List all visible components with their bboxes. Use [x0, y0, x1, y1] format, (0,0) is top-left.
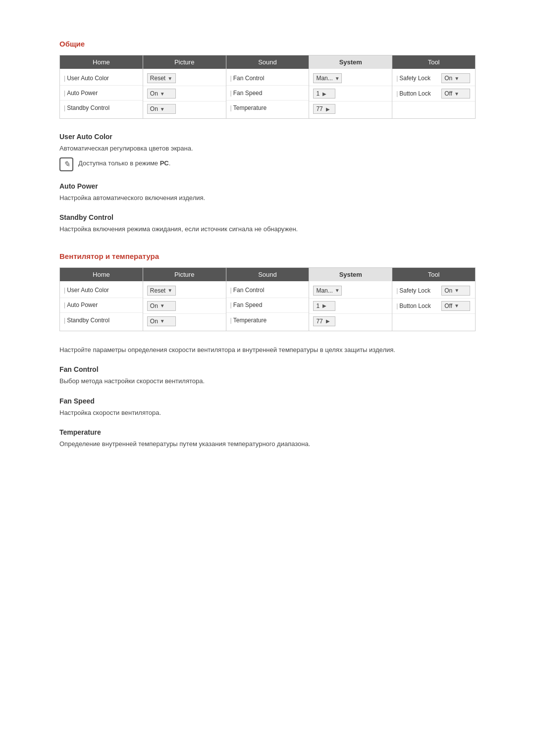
fan-menu-table: Home User Auto Color Auto Power Standby …: [59, 267, 476, 331]
section-fan: Вентилятор и температура Home User Auto …: [59, 252, 476, 449]
desc-text-fan-control: Выбор метода настройки скорости вентилят…: [59, 376, 476, 386]
list-item: On ▼: [143, 86, 226, 101]
note-pencil-icon: ✎: [59, 157, 73, 171]
on-select-fan[interactable]: On ▼: [147, 301, 176, 311]
standby-select[interactable]: On ▼: [147, 104, 176, 114]
label-fan-speed-fan: Fan Speed: [230, 302, 272, 308]
list-item: On ▼: [143, 299, 226, 314]
list-item: Fan Control: [226, 71, 309, 86]
button-lock-select[interactable]: Off ▼: [441, 89, 470, 99]
tab-system[interactable]: System: [309, 55, 392, 69]
list-item: Reset ▼: [143, 283, 226, 299]
fan-speed-stepper-fan[interactable]: 1 ▶: [313, 301, 335, 311]
list-item: Fan Control: [226, 283, 309, 298]
tab-tool[interactable]: Tool: [392, 55, 475, 69]
col-tool-fan-body: Safety Lock On ▼ Button Lock Off ▼: [392, 281, 475, 331]
col-system-fan: System Man... ▼ 1 ▶: [309, 268, 392, 331]
col-picture: Picture Reset ▼ On ▼: [143, 55, 226, 118]
fan-control-select[interactable]: Man... ▼: [313, 73, 342, 83]
dropdown-arrow-icon: ▼: [454, 76, 459, 81]
list-item: Safety Lock On ▼: [392, 283, 475, 299]
col-home-fan-body: User Auto Color Auto Power Standby Contr…: [60, 281, 143, 330]
stepper-right-icon: ▶: [322, 303, 326, 308]
button-lock-select-fan[interactable]: Off ▼: [441, 301, 470, 311]
reset-select-fan[interactable]: Reset ▼: [147, 286, 176, 296]
temp-stepper-fan[interactable]: 77 ▶: [313, 316, 335, 326]
fan-ctrl-select-fan[interactable]: Man... ▼: [313, 286, 342, 296]
desc-text-standby-control: Настройка включения режима ожидания, есл…: [59, 224, 476, 234]
label-temp-fan: Temperature: [230, 317, 272, 324]
dropdown-arrow-icon: ▼: [167, 76, 172, 81]
desc-title-temperature: Temperature: [59, 428, 476, 436]
safety-lock-select[interactable]: On ▼: [441, 73, 470, 83]
tab-sound[interactable]: Sound: [226, 55, 309, 69]
tab-picture-fan[interactable]: Picture: [143, 268, 226, 281]
note-pc-label: PC: [160, 159, 169, 167]
col-sound-fan: Sound Fan Control Fan Speed Temperature: [226, 268, 310, 331]
col-sound: Sound Fan Control Fan Speed Temperature: [226, 55, 310, 118]
label-temperature: Temperature: [230, 104, 272, 111]
list-item: Safety Lock On ▼: [392, 71, 475, 86]
desc-title-standby-control: Standby Control: [59, 213, 476, 221]
col-tool: Tool Safety Lock On ▼ Button Lock: [392, 55, 475, 118]
list-item: Fan Speed: [226, 298, 309, 313]
temperature-stepper[interactable]: 77 ▶: [313, 104, 335, 114]
list-item: 1 ▶: [309, 299, 392, 314]
label-standby-fan: Standby Control: [64, 317, 109, 324]
stepper-right-icon: ▶: [322, 91, 326, 97]
list-item: Standby Control: [60, 313, 143, 328]
label-safety-lock-fan: Safety Lock: [396, 287, 438, 294]
tab-home-fan[interactable]: Home: [60, 268, 143, 281]
desc-title-fan-control: Fan Control: [59, 365, 476, 373]
desc-auto-power: Auto Power Настройка автоматического вкл…: [59, 182, 476, 203]
list-item: User Auto Color: [60, 283, 143, 298]
list-item: User Auto Color: [60, 71, 143, 86]
fan-intro-text: Настройте параметры определения скорости…: [59, 345, 476, 355]
col-tool-body: Safety Lock On ▼ Button Lock Off ▼: [392, 69, 475, 118]
tab-system-fan[interactable]: System: [309, 268, 392, 281]
list-item: [392, 101, 475, 116]
section-general: Общие Home User Auto Color Auto Power: [59, 40, 476, 234]
col-home-body: User Auto Color Auto Power Standby Contr…: [60, 69, 143, 117]
label-fan-control: Fan Control: [230, 75, 272, 82]
desc-text-user-auto-color: Автоматическая регулировка цветов экрана…: [59, 144, 476, 153]
tab-picture[interactable]: Picture: [143, 55, 226, 69]
label-user-auto-color: User Auto Color: [64, 75, 109, 82]
list-item: Auto Power: [60, 298, 143, 313]
list-item: 1 ▶: [309, 86, 392, 101]
dropdown-arrow-icon: ▼: [160, 91, 165, 97]
col-home: Home User Auto Color Auto Power Standby …: [60, 55, 143, 118]
fan-speed-stepper[interactable]: 1 ▶: [313, 89, 335, 99]
col-picture-fan-body: Reset ▼ On ▼ On: [143, 281, 226, 331]
desc-fan-control: Fan Control Выбор метода настройки скоро…: [59, 365, 476, 386]
col-sound-fan-body: Fan Control Fan Speed Temperature: [226, 281, 309, 330]
desc-temperature: Temperature Определение внутренней темпе…: [59, 428, 476, 449]
reset-select[interactable]: Reset ▼: [147, 73, 176, 83]
auto-power-select[interactable]: On ▼: [147, 89, 176, 99]
dropdown-arrow-icon: ▼: [160, 106, 165, 112]
tab-home[interactable]: Home: [60, 55, 143, 69]
col-tool-fan: Tool Safety Lock On ▼ Button Lock: [392, 268, 475, 331]
on-select2-fan[interactable]: On ▼: [147, 316, 176, 326]
desc-title-user-auto-color: User Auto Color: [59, 133, 476, 141]
list-item: 77 ▶: [309, 314, 392, 329]
tab-tool-fan[interactable]: Tool: [392, 268, 475, 281]
col-system: System Man... ▼ 1 ▶: [309, 55, 392, 118]
section-general-title: Общие: [59, 40, 476, 48]
dropdown-arrow-icon: ▼: [335, 288, 340, 293]
list-item: Button Lock Off ▼: [392, 86, 475, 101]
general-menu-table: Home User Auto Color Auto Power Standby …: [59, 55, 476, 119]
fan-intro: Настройте параметры определения скорости…: [59, 345, 476, 355]
tab-sound-fan[interactable]: Sound: [226, 268, 309, 281]
stepper-right-icon: ▶: [326, 318, 330, 324]
label-button-lock: Button Lock: [396, 90, 438, 97]
desc-user-auto-color: User Auto Color Автоматическая регулиров…: [59, 133, 476, 171]
list-item: Reset ▼: [143, 71, 226, 86]
desc-text-fan-speed: Настройка скорости вентилятора.: [59, 408, 476, 418]
general-menu-grid: Home User Auto Color Auto Power Standby …: [59, 55, 476, 119]
desc-text-temperature: Определение внутренней температуры путем…: [59, 439, 476, 449]
col-system-body: Man... ▼ 1 ▶ 77: [309, 69, 392, 118]
list-item: Fan Speed: [226, 86, 309, 101]
desc-title-auto-power: Auto Power: [59, 182, 476, 190]
safety-lock-select-fan[interactable]: On ▼: [441, 286, 470, 296]
